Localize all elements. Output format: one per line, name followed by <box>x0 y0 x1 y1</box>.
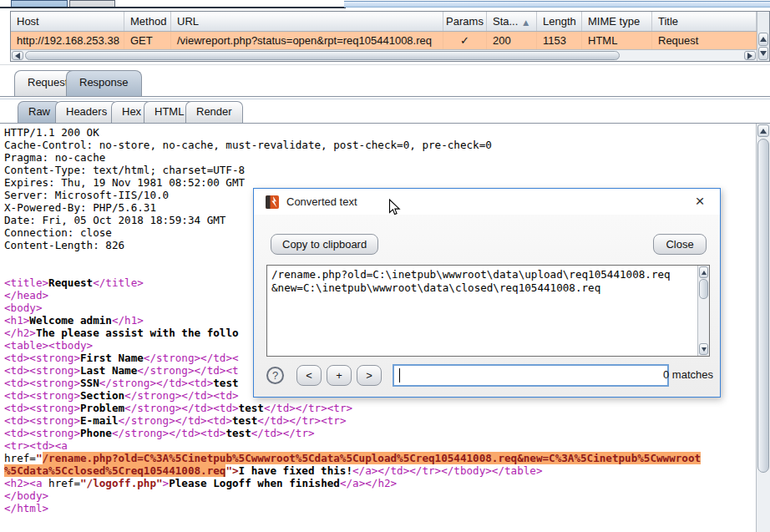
burp-suite-window: Host Method URL Params Sta...▲ Length MI… <box>0 0 770 532</box>
response-line: %5Cdata%5Cclosed%5Creq105441008.req">I h… <box>4 464 754 477</box>
column-header-params[interactable]: Params <box>443 12 487 31</box>
scroll-left-button[interactable] <box>12 51 23 60</box>
response-line: <tr><td><a <box>4 439 754 452</box>
scroll-up-button[interactable] <box>758 33 768 46</box>
history-row-selected[interactable]: http://192.168.253.38 GET /viewreport.ph… <box>11 32 757 49</box>
table-header-row: Host Method URL Params Sta...▲ Length MI… <box>11 12 757 32</box>
horizontal-scroll-thumb[interactable] <box>25 51 620 60</box>
tab-response[interactable]: Response <box>66 70 142 96</box>
scroll-right-button[interactable] <box>744 51 756 60</box>
dialog-close-icon[interactable]: × <box>688 190 712 212</box>
dialog-title: Converted text <box>286 195 357 208</box>
divider <box>0 7 346 8</box>
text-caret <box>399 368 400 383</box>
dialog-title-bar[interactable]: Converted text <box>254 189 720 215</box>
top-cutoff-tabbar <box>0 0 770 9</box>
copy-to-clipboard-button[interactable]: Copy to clipboard <box>271 234 378 255</box>
vertical-scroll-thumb[interactable] <box>757 139 769 473</box>
cell-params-check-icon: ✓ <box>443 32 487 49</box>
response-line: Pragma: no-cache <box>4 151 754 164</box>
column-header-url[interactable]: URL <box>171 12 443 31</box>
response-line: href="/rename.php?old=C%3A%5Cinetpub%5Cw… <box>4 452 754 464</box>
close-button[interactable]: Close <box>653 234 707 255</box>
search-add-button[interactable]: + <box>327 365 352 386</box>
divider <box>0 96 770 97</box>
response-line: <h2><a href="/logoff.php">Please Logoff … <box>4 477 754 489</box>
column-header-mime-type[interactable]: MIME type <box>582 12 652 31</box>
cell-method: GET <box>124 32 171 49</box>
sort-ascending-icon: ▲ <box>523 18 529 27</box>
column-header-length[interactable]: Length <box>537 12 582 31</box>
help-button[interactable]: ? <box>266 367 284 384</box>
tabbar-highlight-band <box>344 1 770 8</box>
column-header-status[interactable]: Sta...▲ <box>487 12 537 31</box>
scroll-up-button[interactable] <box>699 266 708 278</box>
match-count-label: 0 matches <box>663 368 713 381</box>
tab-render[interactable]: Render <box>185 101 243 123</box>
response-line: Expires: Thu, 19 Nov 1981 08:52:00 GMT <box>4 176 754 189</box>
cell-host: http://192.168.253.38 <box>11 32 124 49</box>
response-vertical-scrollbar[interactable] <box>756 124 770 532</box>
response-line: Content-Type: text/html; charset=UTF-8 <box>4 164 754 176</box>
response-line: </html> <box>4 502 754 514</box>
http-history-table: Host Method URL Params Sta...▲ Length MI… <box>10 11 770 62</box>
mouse-cursor <box>388 199 401 217</box>
search-field-wrap <box>393 364 669 387</box>
divider <box>0 64 770 65</box>
scroll-down-button[interactable] <box>699 343 708 355</box>
column-header-title[interactable]: Title <box>652 12 757 31</box>
search-input[interactable] <box>398 367 665 384</box>
column-header-method[interactable]: Method <box>124 12 171 31</box>
cell-status: 200 <box>487 32 537 49</box>
divider <box>0 99 770 99</box>
response-line: </body> <box>4 489 754 502</box>
textarea-scroll-thumb[interactable] <box>699 279 708 299</box>
horizontal-scrollbar[interactable] <box>11 49 757 61</box>
response-line: HTTP/1.1 200 OK <box>4 126 754 139</box>
converted-text-value: /rename.php?old=C:\inetpub\wwwroot\data\… <box>271 268 674 295</box>
textarea-scrollbar[interactable] <box>697 266 709 356</box>
response-view-tabs: Raw Headers Hex HTML Render <box>0 101 770 123</box>
scroll-down-button[interactable] <box>758 47 768 60</box>
cell-title: Request <box>652 32 757 49</box>
cell-length: 1153 <box>537 32 582 49</box>
message-editor-tabs: Request Response <box>0 70 770 96</box>
response-line: <td><strong>Phone</strong></td><td>test<… <box>4 427 754 439</box>
response-line: Cache-Control: no-store, no-cache, must-… <box>4 139 754 151</box>
converted-text-dialog: Converted text × Copy to clipboard Close… <box>253 188 721 398</box>
search-previous-button[interactable]: < <box>296 365 322 386</box>
scroll-up-button[interactable] <box>757 124 769 137</box>
converted-text-area[interactable]: /rename.php?old=C:\inetpub\wwwroot\data\… <box>266 265 710 357</box>
response-line: <td><strong>Problem</strong></td><td>tes… <box>4 402 754 414</box>
tab-headers[interactable]: Headers <box>55 101 118 123</box>
cell-mime-type: HTML <box>582 32 652 49</box>
burp-icon <box>266 195 279 209</box>
column-header-host[interactable]: Host <box>11 12 124 31</box>
cell-url: /viewreport.php?status=open&rpt=req10544… <box>171 32 443 49</box>
response-line: <td><strong>E-mail</strong></td><td>test… <box>4 414 754 427</box>
search-next-button[interactable]: > <box>357 365 382 386</box>
vertical-scrollbar[interactable] <box>757 12 769 61</box>
